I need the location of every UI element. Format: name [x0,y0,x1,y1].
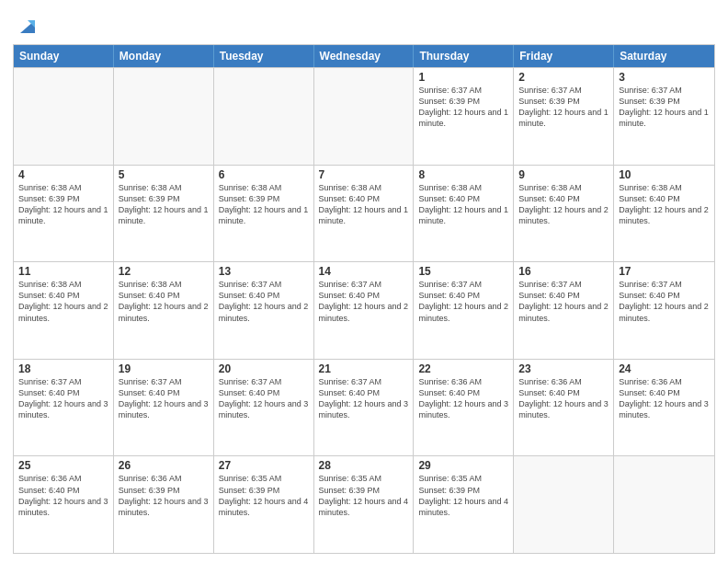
day-number: 29 [418,459,508,472]
calendar-header: Sunday Monday Tuesday Wednesday Thursday… [14,45,714,67]
day-info: Sunrise: 6:38 AM Sunset: 6:39 PM Dayligh… [18,182,108,227]
calendar-cell-3-4: 22Sunrise: 6:36 AM Sunset: 6:40 PM Dayli… [414,360,514,456]
day-number: 28 [319,459,409,472]
day-number: 1 [418,71,508,84]
day-number: 22 [418,362,508,375]
day-info: Sunrise: 6:35 AM Sunset: 6:39 PM Dayligh… [319,473,409,518]
calendar-cell-0-6: 3Sunrise: 6:37 AM Sunset: 6:39 PM Daylig… [614,68,714,165]
day-info: Sunrise: 6:36 AM Sunset: 6:40 PM Dayligh… [518,376,609,421]
header-sunday: Sunday [14,45,114,67]
day-number: 7 [319,168,409,181]
day-info: Sunrise: 6:35 AM Sunset: 6:39 PM Dayligh… [219,473,309,518]
calendar-cell-2-4: 15Sunrise: 6:37 AM Sunset: 6:40 PM Dayli… [414,262,514,359]
calendar-body: 1Sunrise: 6:37 AM Sunset: 6:39 PM Daylig… [14,67,714,553]
calendar-cell-2-1: 12Sunrise: 6:38 AM Sunset: 6:40 PM Dayli… [114,262,214,359]
calendar-cell-4-0: 25Sunrise: 6:36 AM Sunset: 6:40 PM Dayli… [14,456,114,553]
calendar-cell-1-4: 8Sunrise: 6:38 AM Sunset: 6:40 PM Daylig… [414,166,514,262]
day-number: 17 [619,265,710,278]
day-info: Sunrise: 6:38 AM Sunset: 6:40 PM Dayligh… [119,279,209,324]
day-number: 16 [518,265,609,278]
day-info: Sunrise: 6:38 AM Sunset: 6:39 PM Dayligh… [219,182,309,227]
calendar-cell-4-5 [514,456,614,553]
day-number: 8 [418,168,508,181]
day-info: Sunrise: 6:37 AM Sunset: 6:40 PM Dayligh… [219,376,309,421]
day-number: 27 [219,459,309,472]
day-info: Sunrise: 6:38 AM Sunset: 6:40 PM Dayligh… [418,182,508,227]
calendar-cell-0-2 [214,68,314,165]
day-number: 12 [119,265,209,278]
day-number: 15 [418,265,508,278]
calendar-week-4: 25Sunrise: 6:36 AM Sunset: 6:40 PM Dayli… [14,455,714,553]
calendar-cell-1-1: 5Sunrise: 6:38 AM Sunset: 6:39 PM Daylig… [114,166,214,262]
day-number: 24 [619,362,710,375]
day-info: Sunrise: 6:37 AM Sunset: 6:40 PM Dayligh… [418,279,508,324]
header-wednesday: Wednesday [314,45,415,67]
calendar-cell-3-0: 18Sunrise: 6:37 AM Sunset: 6:40 PM Dayli… [14,360,114,456]
calendar-cell-3-6: 24Sunrise: 6:36 AM Sunset: 6:40 PM Dayli… [614,360,714,456]
page: Sunday Monday Tuesday Wednesday Thursday… [0,0,728,563]
calendar-cell-1-2: 6Sunrise: 6:38 AM Sunset: 6:39 PM Daylig… [214,166,314,262]
calendar-cell-3-3: 21Sunrise: 6:37 AM Sunset: 6:40 PM Dayli… [314,360,415,456]
day-info: Sunrise: 6:36 AM Sunset: 6:40 PM Dayligh… [619,376,710,421]
day-info: Sunrise: 6:37 AM Sunset: 6:40 PM Dayligh… [18,376,108,421]
day-info: Sunrise: 6:37 AM Sunset: 6:39 PM Dayligh… [518,85,609,130]
calendar: Sunday Monday Tuesday Wednesday Thursday… [13,44,715,554]
day-info: Sunrise: 6:38 AM Sunset: 6:40 PM Dayligh… [18,279,108,324]
day-number: 2 [518,71,609,84]
day-info: Sunrise: 6:37 AM Sunset: 6:40 PM Dayligh… [119,376,209,421]
day-number: 5 [119,168,209,181]
day-info: Sunrise: 6:38 AM Sunset: 6:40 PM Dayligh… [319,182,409,227]
day-number: 14 [319,265,409,278]
day-number: 18 [18,362,108,375]
day-number: 11 [18,265,108,278]
calendar-cell-2-3: 14Sunrise: 6:37 AM Sunset: 6:40 PM Dayli… [314,262,415,359]
day-info: Sunrise: 6:35 AM Sunset: 6:39 PM Dayligh… [418,473,508,518]
calendar-cell-0-3 [314,68,415,165]
day-info: Sunrise: 6:36 AM Sunset: 6:39 PM Dayligh… [119,473,209,518]
day-info: Sunrise: 6:37 AM Sunset: 6:40 PM Dayligh… [619,279,710,324]
day-number: 10 [619,168,710,181]
day-info: Sunrise: 6:37 AM Sunset: 6:40 PM Dayligh… [219,279,309,324]
calendar-cell-4-2: 27Sunrise: 6:35 AM Sunset: 6:39 PM Dayli… [214,456,314,553]
logo [13,13,40,39]
calendar-cell-1-3: 7Sunrise: 6:38 AM Sunset: 6:40 PM Daylig… [314,166,415,262]
day-info: Sunrise: 6:38 AM Sunset: 6:39 PM Dayligh… [119,182,209,227]
calendar-week-3: 18Sunrise: 6:37 AM Sunset: 6:40 PM Dayli… [14,359,714,456]
day-info: Sunrise: 6:37 AM Sunset: 6:40 PM Dayligh… [319,279,409,324]
day-number: 23 [518,362,609,375]
day-number: 25 [18,459,108,472]
header-thursday: Thursday [414,45,514,67]
calendar-cell-1-5: 9Sunrise: 6:38 AM Sunset: 6:40 PM Daylig… [514,166,614,262]
day-number: 3 [619,71,710,84]
calendar-cell-0-5: 2Sunrise: 6:37 AM Sunset: 6:39 PM Daylig… [514,68,614,165]
calendar-cell-0-4: 1Sunrise: 6:37 AM Sunset: 6:39 PM Daylig… [414,68,514,165]
calendar-cell-4-6 [614,456,714,553]
day-number: 13 [219,265,309,278]
day-number: 20 [219,362,309,375]
day-number: 6 [219,168,309,181]
day-number: 19 [119,362,209,375]
calendar-week-1: 4Sunrise: 6:38 AM Sunset: 6:39 PM Daylig… [14,165,714,262]
day-info: Sunrise: 6:37 AM Sunset: 6:39 PM Dayligh… [619,85,710,130]
header-friday: Friday [514,45,614,67]
day-info: Sunrise: 6:38 AM Sunset: 6:40 PM Dayligh… [518,182,609,227]
day-info: Sunrise: 6:36 AM Sunset: 6:40 PM Dayligh… [18,473,108,518]
calendar-week-2: 11Sunrise: 6:38 AM Sunset: 6:40 PM Dayli… [14,261,714,359]
day-info: Sunrise: 6:37 AM Sunset: 6:39 PM Dayligh… [418,85,508,130]
calendar-cell-3-2: 20Sunrise: 6:37 AM Sunset: 6:40 PM Dayli… [214,360,314,456]
calendar-week-0: 1Sunrise: 6:37 AM Sunset: 6:39 PM Daylig… [14,67,714,165]
header [13,9,715,39]
header-saturday: Saturday [614,45,714,67]
header-monday: Monday [114,45,214,67]
calendar-cell-3-1: 19Sunrise: 6:37 AM Sunset: 6:40 PM Dayli… [114,360,214,456]
day-number: 26 [119,459,209,472]
calendar-cell-3-5: 23Sunrise: 6:36 AM Sunset: 6:40 PM Dayli… [514,360,614,456]
day-info: Sunrise: 6:36 AM Sunset: 6:40 PM Dayligh… [418,376,508,421]
calendar-cell-0-1 [114,68,214,165]
day-info: Sunrise: 6:38 AM Sunset: 6:40 PM Dayligh… [619,182,710,227]
calendar-cell-1-6: 10Sunrise: 6:38 AM Sunset: 6:40 PM Dayli… [614,166,714,262]
day-number: 21 [319,362,409,375]
day-info: Sunrise: 6:37 AM Sunset: 6:40 PM Dayligh… [518,279,609,324]
calendar-cell-2-5: 16Sunrise: 6:37 AM Sunset: 6:40 PM Dayli… [514,262,614,359]
calendar-cell-2-0: 11Sunrise: 6:38 AM Sunset: 6:40 PM Dayli… [14,262,114,359]
